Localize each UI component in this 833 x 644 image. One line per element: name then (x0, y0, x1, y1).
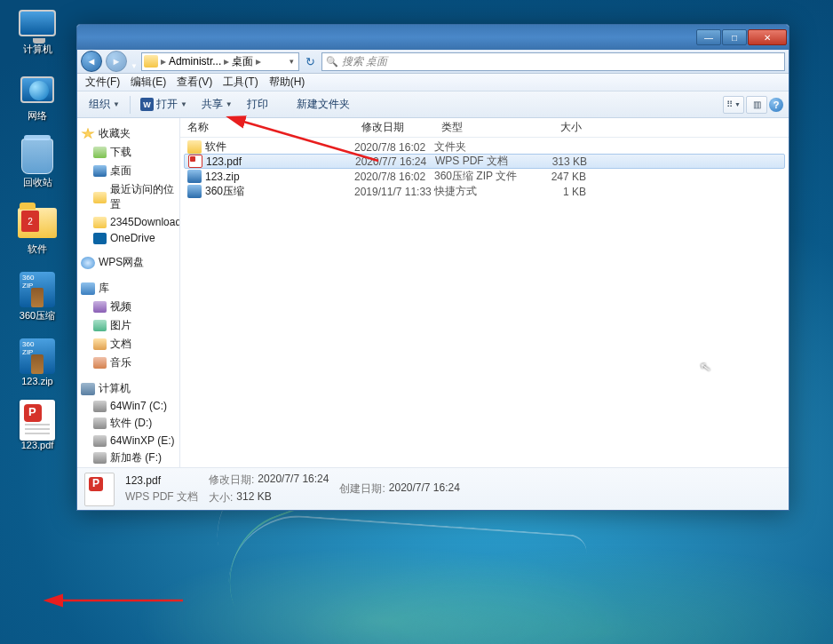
maximize-button[interactable]: □ (722, 29, 747, 45)
close-button[interactable]: ✕ (748, 29, 787, 45)
explorer-window[interactable]: — □ ✕ ◄ ► ▼ ▸ Administr... ▸ 桌面 ▸ ▾ ↻ 搜索… (76, 24, 789, 511)
toolbar-print[interactable]: 打印 (241, 94, 274, 115)
column-date[interactable]: 修改日期 (354, 120, 434, 135)
details-size-val: 312 KB (236, 490, 271, 505)
onedrive-icon (93, 233, 107, 244)
computer-icon (19, 10, 56, 36)
menu-bar: 文件(F) 编辑(E) 查看(V) 工具(T) 帮助(H) (77, 74, 789, 91)
nav-music[interactable]: 音乐 (77, 354, 179, 372)
wps-icon: W (140, 98, 154, 111)
drive-icon (93, 452, 107, 464)
annotation-arrow (50, 583, 192, 621)
help-button[interactable]: ? (769, 98, 783, 112)
drive-icon (93, 435, 107, 447)
column-type[interactable]: 类型 (434, 120, 526, 135)
pdf-file-icon (20, 400, 55, 441)
menu-view[interactable]: 查看(V) (172, 73, 217, 91)
navigation-pane[interactable]: 收藏夹 下载 桌面 最近访问的位置 2345Downloads OneDrive… (77, 118, 180, 467)
nav-drive-c[interactable]: 64Win7 (C:) (77, 398, 179, 414)
desktop-icon-label: 软件 (28, 242, 47, 256)
nav-drive-e[interactable]: 64WinXP (E:) (77, 433, 179, 449)
address-dropdown[interactable]: ▾ (287, 57, 297, 66)
zip-file-icon: 360ZIP (20, 338, 55, 374)
menu-file[interactable]: 文件(F) (81, 73, 124, 91)
file-type: 快捷方式 (434, 184, 526, 199)
nav-forward-button[interactable]: ► (106, 51, 127, 72)
preview-pane-button[interactable]: ▥ (746, 96, 767, 114)
menu-edit[interactable]: 编辑(E) (126, 73, 171, 91)
file-list-pane[interactable]: 名称 修改日期 类型 大小 软件2020/7/8 16:02文件夹123.pdf… (180, 118, 789, 467)
desktop-icon-label: 回收站 (23, 176, 52, 189)
file-type-icon (187, 185, 202, 198)
nav-onedrive[interactable]: OneDrive (77, 230, 179, 246)
pictures-icon (93, 320, 107, 331)
file-row[interactable]: 360压缩2019/11/7 11:33快捷方式1 KB (180, 184, 789, 199)
desktop[interactable]: 计算机 网络 回收站 2 软件 360ZIP 360压缩 360ZIP 123.… (0, 0, 833, 644)
menu-help[interactable]: 帮助(H) (265, 73, 310, 91)
window-titlebar[interactable]: — □ ✕ (77, 25, 789, 50)
desktop-icon-360zip[interactable]: 360ZIP 360压缩 (5, 272, 69, 322)
breadcrumb-sep: ▸ (161, 55, 166, 68)
details-mdate-key: 修改日期: (209, 473, 254, 488)
desktop-icon-software-folder[interactable]: 2 软件 (5, 205, 69, 256)
breadcrumb-user[interactable]: Administr... (169, 55, 221, 68)
nav-favorites[interactable]: 收藏夹 (77, 124, 179, 143)
minimize-button[interactable]: — (696, 29, 721, 45)
desktop-icon-label: 123.zip (21, 376, 52, 386)
breadcrumb-folder[interactable]: 桌面 (232, 54, 253, 69)
details-cdate-key: 创建日期: (339, 481, 385, 497)
refresh-button[interactable]: ↻ (303, 55, 318, 68)
nav-documents[interactable]: 文档 (77, 335, 179, 354)
details-filetype: WPS PDF 文档 (125, 489, 198, 505)
file-date: 2020/7/8 16:02 (354, 141, 434, 154)
nav-recent[interactable]: 最近访问的位置 (77, 180, 179, 214)
toolbar-organize[interactable]: 组织▼ (83, 94, 126, 115)
nav-video[interactable]: 视频 (77, 298, 179, 316)
documents-icon (93, 338, 107, 350)
folder-icon (144, 55, 158, 68)
desktop-icon-network[interactable]: 网络 (5, 72, 69, 123)
column-name[interactable]: 名称 (180, 120, 354, 135)
nav-downloads[interactable]: 下载 (77, 143, 179, 162)
nav-desktop[interactable]: 桌面 (77, 162, 179, 180)
file-row[interactable]: 123.zip2020/7/8 16:02360压缩 ZIP 文件247 KB (180, 169, 789, 184)
file-date: 2020/7/8 16:02 (354, 171, 434, 183)
nav-drive-d[interactable]: 软件 (D:) (77, 414, 179, 433)
toolbar-open[interactable]: W打开▼ (134, 94, 194, 115)
nav-drive-f[interactable]: 新加卷 (F:) (77, 449, 179, 467)
file-type: WPS PDF 文档 (435, 154, 527, 169)
file-size: 1 KB (526, 186, 586, 198)
menu-tools[interactable]: 工具(T) (218, 73, 262, 91)
file-date: 2020/7/7 16:24 (355, 155, 435, 168)
file-row[interactable]: 软件2020/7/8 16:02文件夹 (180, 139, 789, 155)
desktop-icon-label: 123.pdf (21, 440, 54, 450)
video-icon (93, 301, 107, 313)
nav-pictures[interactable]: 图片 (77, 316, 179, 335)
desktop-icons: 计算机 网络 回收站 2 软件 360ZIP 360压缩 360ZIP 123.… (5, 5, 69, 450)
address-bar[interactable]: ▸ Administr... ▸ 桌面 ▸ ▾ (141, 52, 299, 71)
column-size[interactable]: 大小 (526, 120, 590, 135)
file-list[interactable]: 软件2020/7/8 16:02文件夹123.pdf2020/7/7 16:24… (180, 138, 789, 467)
toolbar-share[interactable]: 共享▼ (195, 94, 239, 115)
view-options-button[interactable]: ⠿ ▼ (723, 96, 744, 114)
search-placeholder: 搜索 桌面 (342, 54, 387, 69)
column-headers: 名称 修改日期 类型 大小 (180, 118, 789, 138)
nav-2345downloads[interactable]: 2345Downloads (77, 214, 179, 230)
recent-icon (93, 192, 107, 203)
desktop-icon-label: 360压缩 (20, 309, 55, 322)
nav-back-button[interactable]: ◄ (81, 51, 102, 72)
nav-history-dropdown[interactable]: ▼ (131, 62, 138, 70)
nav-libraries[interactable]: 库 (77, 279, 179, 298)
file-row[interactable]: 123.pdf2020/7/7 16:24WPS PDF 文档313 KB (184, 154, 785, 169)
nav-wps[interactable]: WPS网盘 (77, 253, 179, 272)
desktop-icon-123pdf[interactable]: 123.pdf (5, 402, 69, 450)
desktop-icon-123zip[interactable]: 360ZIP 123.zip (5, 338, 69, 386)
file-type-icon (188, 155, 202, 168)
toolbar-new-folder[interactable] (276, 102, 289, 107)
search-input[interactable]: 搜索 桌面 (321, 52, 785, 71)
desktop-icon-computer[interactable]: 计算机 (5, 5, 69, 56)
nav-computer[interactable]: 计算机 (77, 379, 179, 398)
file-date: 2019/11/7 11:33 (354, 186, 434, 198)
toolbar-new-folder[interactable]: 新建文件夹 (290, 94, 356, 115)
desktop-icon-recycle-bin[interactable]: 回收站 (5, 139, 69, 189)
